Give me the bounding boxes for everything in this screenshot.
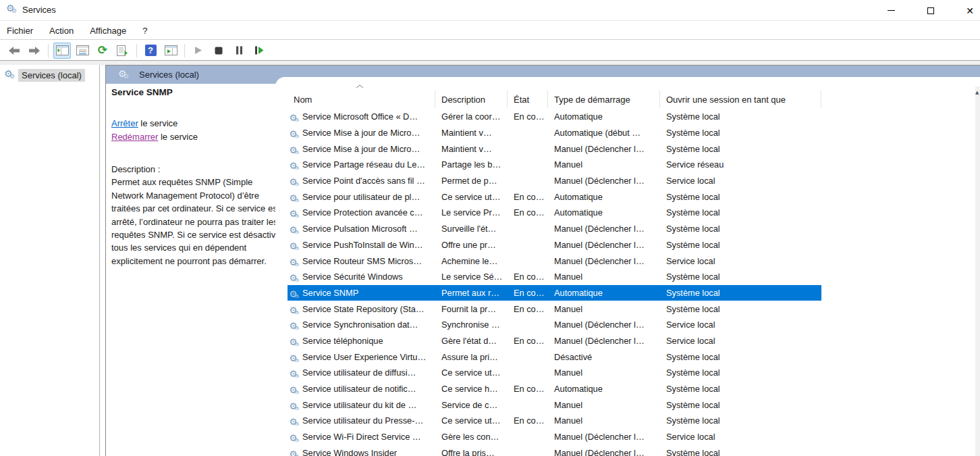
table-row[interactable]: ⚙⚙Service State Repository (Sta… Fournit…	[288, 301, 821, 317]
vertical-scrollbar[interactable]: ▲	[975, 86, 980, 456]
cell-type-demarrage: Manuel (Déclencher l…	[548, 176, 660, 186]
service-gear-icon: ⚙⚙	[289, 130, 300, 138]
service-gear-icon: ⚙⚙	[289, 434, 300, 442]
stop-service-link[interactable]: Arrêter	[111, 118, 138, 128]
minimize-button[interactable]	[875, 0, 906, 21]
cell-description: Ce service h…	[435, 384, 508, 394]
service-gear-icon: ⚙⚙	[289, 210, 300, 218]
cell-nom: Service pour utilisateur de pl…	[302, 192, 420, 202]
tree-item-services-local[interactable]: ⚙⚙ Services (local)	[4, 68, 85, 82]
cell-description: Permet aux r…	[435, 288, 508, 298]
cell-nom: Service téléphonique	[302, 336, 383, 346]
cell-description: Gère les con…	[435, 432, 508, 442]
menu-help[interactable]: ?	[134, 22, 155, 40]
close-button[interactable]: ✕	[954, 0, 980, 21]
table-row[interactable]: ⚙⚙Service utilisateur de diffusi… Ce ser…	[288, 365, 821, 381]
service-action-links: Arrêter le service Redémarrer le service	[111, 117, 292, 143]
table-row[interactable]: ⚙⚙Service utilisateur du Presse-… Ce ser…	[288, 413, 821, 429]
console-tree-icon	[56, 45, 69, 55]
start-service-button[interactable]	[190, 43, 207, 59]
show-console-tree-button[interactable]	[53, 43, 71, 59]
table-row[interactable]: ⚙⚙Service PushToInstall de Win… Offre un…	[288, 237, 821, 253]
toolbar: ⟳ ?	[0, 41, 980, 61]
maximize-button[interactable]	[915, 0, 946, 21]
table-row[interactable]: ⚙⚙Service utilisateur du kit de … Servic…	[288, 397, 821, 413]
menu-action[interactable]: Action	[41, 22, 82, 40]
cell-type-demarrage: Automatique	[548, 111, 660, 122]
cell-etat: En co…	[508, 384, 548, 394]
cell-ouvrir-session: Système local	[660, 384, 821, 394]
service-gear-icon: ⚙⚙	[289, 450, 300, 456]
cell-ouvrir-session: Service local	[660, 432, 821, 442]
table-row[interactable]: ⚙⚙Service Protection avancée c… Le servi…	[288, 205, 821, 221]
column-header-type-demarrage[interactable]: Type de démarrage	[548, 91, 660, 108]
cell-ouvrir-session: Système local	[660, 192, 821, 202]
scroll-up-icon: ▲	[975, 90, 979, 95]
table-row[interactable]: ⚙⚙Service SNMP Permet aux r… En co… Auto…	[288, 285, 821, 301]
pause-service-button[interactable]	[230, 43, 248, 59]
cell-type-demarrage: Manuel	[548, 159, 660, 170]
stop-icon	[215, 47, 223, 55]
description-text: Permet aux requêtes SNMP (Simple Network…	[111, 176, 284, 268]
cell-nom: Service Sécurité Windows	[302, 272, 403, 282]
help-button[interactable]: ?	[142, 43, 159, 59]
cell-etat: En co…	[508, 192, 548, 202]
cell-ouvrir-session: Système local	[660, 368, 821, 378]
table-row[interactable]: ⚙⚙Service Pulsation Microsoft … Surveill…	[288, 221, 821, 237]
cell-ouvrir-session: Système local	[660, 415, 821, 426]
table-row[interactable]: ⚙⚙Service pour utilisateur de pl… Ce ser…	[288, 188, 821, 205]
table-row[interactable]: ⚙⚙Service Mise à jour de Micro… Maintien…	[288, 141, 821, 157]
table-row[interactable]: ⚙⚙Service Microsoft Office « D… Gérer la…	[288, 109, 821, 125]
service-gear-icon: ⚙⚙	[289, 290, 300, 298]
restart-service-button[interactable]	[250, 43, 268, 59]
services-node-icon: ⚙⚙	[4, 70, 16, 80]
table-row[interactable]: ⚙⚙Service Routeur SMS Micros… Achemine l…	[288, 253, 821, 269]
cell-type-demarrage: Automatique	[548, 207, 660, 218]
cell-nom: Service Wi-Fi Direct Service …	[302, 432, 421, 442]
restart-suffix: le service	[158, 132, 198, 142]
cell-nom: Service Synchronisation dat…	[302, 320, 418, 330]
cell-nom: Service Partage réseau du Le…	[302, 159, 425, 170]
cell-ouvrir-session: Système local	[660, 144, 821, 154]
service-gear-icon: ⚙⚙	[289, 418, 300, 426]
cell-type-demarrage: Automatique	[548, 288, 660, 298]
back-arrow-icon	[8, 46, 20, 55]
stop-service-button[interactable]	[210, 43, 227, 59]
sort-ascending-icon	[356, 84, 364, 88]
table-row[interactable]: ⚙⚙Service Partage réseau du Le… Partage …	[288, 157, 821, 173]
column-header-etat[interactable]: État	[508, 91, 548, 108]
cell-ouvrir-session: Système local	[660, 207, 821, 218]
table-row[interactable]: ⚙⚙Service téléphonique Gère l'état d… En…	[288, 333, 821, 349]
table-row[interactable]: ⚙⚙Service Point d'accès sans fil … Perme…	[288, 173, 821, 189]
cell-description: Gère l'état d…	[435, 336, 508, 346]
cell-description: Offre la pris…	[435, 448, 508, 456]
back-button[interactable]	[5, 43, 23, 59]
cell-etat: En co…	[508, 415, 548, 426]
cell-type-demarrage: Manuel (Déclencher l…	[548, 224, 660, 234]
table-row[interactable]: ⚙⚙Service User Experience Virtu… Assure …	[288, 349, 821, 365]
service-gear-icon: ⚙⚙	[289, 178, 300, 186]
export-list-button[interactable]	[114, 43, 132, 59]
service-gear-icon: ⚙⚙	[289, 274, 300, 282]
table-row[interactable]: ⚙⚙Service Sécurité Windows Le service Sé…	[288, 269, 821, 285]
forward-button[interactable]	[26, 43, 43, 59]
menu-fichier[interactable]: Fichier	[0, 22, 41, 40]
cell-type-demarrage: Automatique	[548, 384, 660, 394]
table-row[interactable]: ⚙⚙Service Wi-Fi Direct Service … Gère le…	[288, 429, 821, 445]
services-rows: ⚙⚙Service Microsoft Office « D… Gérer la…	[288, 109, 821, 456]
table-row[interactable]: ⚙⚙Service Synchronisation dat… Synchroni…	[288, 317, 821, 333]
column-header-nom[interactable]: Nom	[288, 91, 435, 108]
service-gear-icon: ⚙⚙	[289, 338, 300, 346]
band-services-icon: ⚙⚙	[118, 70, 130, 80]
table-row[interactable]: ⚙⚙Service Mise à jour de Micro… Maintien…	[288, 125, 821, 141]
refresh-button[interactable]: ⟳	[94, 43, 111, 59]
column-header-description[interactable]: Description	[435, 91, 508, 108]
menu-affichage[interactable]: Affichage	[82, 22, 134, 40]
properties-button[interactable]	[74, 43, 91, 59]
restart-service-link[interactable]: Redémarrer	[111, 132, 158, 142]
table-row[interactable]: ⚙⚙Service utilisateur de notific… Ce ser…	[288, 381, 821, 397]
table-row[interactable]: ⚙⚙Service Windows Insider Offre la pris……	[288, 445, 821, 456]
show-action-pane-button[interactable]	[162, 43, 180, 59]
column-header-ouvrir-session[interactable]: Ouvrir une session en tant que	[660, 91, 821, 108]
maximize-icon	[927, 7, 934, 14]
